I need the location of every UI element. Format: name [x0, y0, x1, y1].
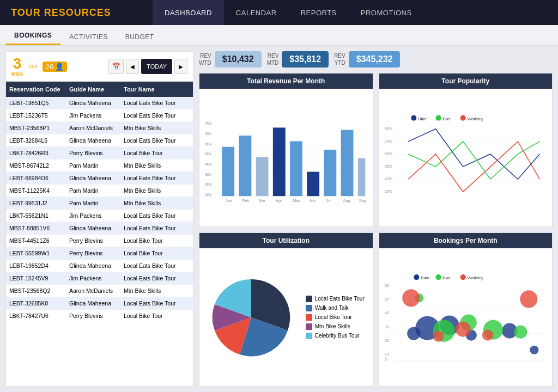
- svg-text:80%: 80%: [385, 127, 392, 131]
- nav-dashboard[interactable]: DASHBOARD: [153, 0, 224, 25]
- table-cell: Local Bike Tour: [124, 237, 190, 244]
- event-count: 26: [46, 63, 53, 71]
- table-cell: LBKT-78426R3: [9, 150, 69, 156]
- nav-reports[interactable]: REPORTS: [289, 0, 349, 25]
- today-button[interactable]: TODAY: [141, 59, 172, 74]
- date-controls: 📅 ◀ TODAY ▶: [108, 59, 187, 74]
- table-row[interactable]: LEBT-32685K8Glinda MaheenaLocal Eats Bik…: [6, 297, 193, 310]
- next-date-button[interactable]: ▶: [174, 59, 187, 74]
- popularity-chart-svg: Bike Bus Walking 80% 70% 60% 50% 40% 30%: [384, 93, 548, 222]
- nav-items: DASHBOARD CALENDAR REPORTS PROMOTIONS: [153, 0, 424, 25]
- table-row[interactable]: MBST-88851V6Glinda MaheenaLocal Eats Bik…: [6, 222, 193, 235]
- stat-mtd: REVMTD $35,812: [267, 51, 329, 68]
- table-cell: Local Bike Tour: [124, 313, 190, 319]
- date-month-badge: SEP: [28, 64, 38, 69]
- svg-rect-20: [324, 150, 336, 196]
- table-cell: LEBT-99531J2: [9, 200, 69, 206]
- subnav-budget[interactable]: BUDGET: [117, 29, 163, 45]
- table-row[interactable]: MBST-44511Z6Perry BlevinsLocal Bike Tour: [6, 235, 193, 247]
- svg-point-83: [520, 290, 537, 308]
- table-row[interactable]: LEBT-15245V9Jim PackensLocal Eats Bike T…: [6, 272, 193, 285]
- pie-legend-local-eats: Local Eats Bike Tour: [306, 296, 365, 302]
- calendar-icon[interactable]: 📅: [108, 59, 124, 74]
- table-cell: Local Eats Bike Tour: [124, 225, 190, 231]
- table-row[interactable]: LEBT-15236T5Jim PackensLocal Eats Bike T…: [6, 109, 193, 122]
- revenue-chart-content: 10k 20k 30k 40k 50k 60k 65k 70k: [199, 89, 373, 226]
- svg-text:Walking: Walking: [467, 117, 482, 121]
- table-row[interactable]: LBKT-78427U6Perry BlevinsLocal Bike Tour: [6, 310, 193, 322]
- svg-point-79: [402, 289, 420, 307]
- svg-text:20: 20: [385, 339, 389, 342]
- svg-point-52: [435, 274, 441, 280]
- svg-point-80: [433, 331, 444, 342]
- col-reservation: Reservation Code: [9, 86, 69, 93]
- table-cell: Local Eats Bike Tour: [124, 112, 190, 119]
- table-cell: LEBT-55599W1: [9, 250, 69, 256]
- table-cell: LEBT-15245V9: [9, 275, 69, 281]
- table-row[interactable]: MBST-23568P1Aaron McDanielsMtn Bike Skil…: [6, 122, 193, 134]
- bookings-chart-content: Bike Bus Walking 60 50 40 30 20 10 0: [379, 248, 553, 386]
- table-cell: Glinda Maheena: [69, 225, 124, 231]
- table-cell: Mtn Bike Skills: [124, 162, 190, 169]
- table-cell: Mtn Bike Skills: [124, 125, 190, 131]
- svg-text:Walking: Walking: [467, 275, 482, 280]
- stats-row: REVWTD $10,432 REVMTD $35,812 REVYTD $34…: [199, 51, 553, 68]
- pie-area: Local Eats Bike Tour Walk and Talk Local…: [204, 253, 368, 382]
- table-row[interactable]: LEBT-19851Q5Glinda MaheenaLocal Eats Bik…: [6, 97, 193, 109]
- table-row[interactable]: LEBT-55599W1Perry BlevinsLocal Bike Tour: [6, 247, 193, 260]
- table-cell: Aaron McDaniels: [69, 125, 124, 131]
- nav-promotions[interactable]: PROMOTIONS: [349, 0, 424, 25]
- svg-rect-14: [222, 147, 234, 196]
- svg-text:Bus: Bus: [442, 117, 450, 121]
- svg-text:60k: 60k: [205, 142, 211, 146]
- svg-rect-16: [256, 157, 269, 196]
- table-row[interactable]: LBKT-55621N1Jim PackensLocal Eats Bike T…: [6, 210, 193, 222]
- svg-text:Jun: Jun: [309, 198, 316, 203]
- svg-text:10: 10: [385, 352, 389, 356]
- table-row[interactable]: LEBT-32684L6Glinda MaheenaLocal Eats Bik…: [6, 134, 193, 147]
- stat-ytd: REVYTD $345,232: [334, 51, 400, 68]
- svg-text:40%: 40%: [385, 177, 392, 181]
- subnav-activities[interactable]: ACTIVITIES: [60, 29, 116, 45]
- event-count-badge: 26 👤: [43, 62, 67, 72]
- table-row[interactable]: LEBT-66984D6Glinda MaheenaLocal Eats Bik…: [6, 172, 193, 185]
- svg-point-50: [414, 274, 419, 280]
- table-row[interactable]: MBST-96742L2Pam MartinMtn Bike Skills: [6, 160, 193, 172]
- revenue-chart-box: Total Revenue Per Month 10k 20k 30k 40k …: [199, 73, 373, 227]
- table-row[interactable]: LBKT-78426R3Perry BlevinsLocal Bike Tour: [6, 147, 193, 160]
- app-title: TOUR RESOURCES: [0, 7, 153, 19]
- sub-nav: BOOKINGS ACTIVITIES BUDGET: [0, 25, 558, 46]
- svg-text:30k: 30k: [205, 172, 211, 177]
- nav-calendar[interactable]: CALENDAR: [224, 0, 289, 25]
- svg-text:50%: 50%: [385, 164, 392, 168]
- table-cell: Pam Martin: [69, 200, 124, 206]
- table-row[interactable]: LEBT-99531J2Pam MartinMtn Bike Skills: [6, 197, 193, 210]
- pie-legend-celebrity-bus: Celebrity Bus Tour: [306, 333, 365, 339]
- svg-rect-17: [273, 127, 286, 196]
- bookings-chart-svg: Bike Bus Walking 60 50 40 30 20 10 0: [384, 253, 548, 382]
- svg-text:50k: 50k: [205, 151, 211, 156]
- pie-label-mtn-bike: Mtn Bike Skills: [315, 323, 350, 329]
- table-cell: Glinda Maheena: [69, 300, 124, 307]
- svg-point-78: [514, 326, 527, 339]
- pie-label-celebrity-bus: Celebrity Bus Tour: [315, 333, 360, 339]
- pie-swatch-celebrity-bus: [306, 333, 312, 339]
- prev-date-button[interactable]: ◀: [126, 59, 139, 74]
- bookings-chart-box: Bookings Per Month Bike Bus Walking 60 5…: [379, 232, 553, 387]
- table-cell: LEBT-19851Q5: [9, 100, 69, 106]
- revenue-chart-svg: 10k 20k 30k 40k 50k 60k 65k 70k: [204, 93, 368, 222]
- stat-ytd-value: $345,232: [349, 51, 401, 68]
- table-cell: LBKT-55621N1: [9, 212, 69, 219]
- table-cell: MBST-11225K4: [9, 187, 69, 194]
- table-row[interactable]: MBST-23568Q2Aaron McDanielsMtn Bike Skil…: [6, 285, 193, 297]
- subnav-bookings[interactable]: BOOKINGS: [5, 27, 60, 45]
- svg-text:70k: 70k: [205, 121, 211, 126]
- table-cell: Pam Martin: [69, 187, 124, 194]
- table-cell: LEBT-32685K8: [9, 300, 69, 307]
- svg-point-82: [482, 330, 493, 341]
- table-row[interactable]: LEBT-19852D4Glinda MaheenaLocal Eats Bik…: [6, 260, 193, 272]
- svg-text:30%: 30%: [385, 189, 392, 193]
- table-cell: MBST-23568Q2: [9, 287, 69, 294]
- svg-text:Sep: Sep: [359, 198, 366, 203]
- table-row[interactable]: MBST-11225K4Pam MartinMtn Bike Skills: [6, 185, 193, 197]
